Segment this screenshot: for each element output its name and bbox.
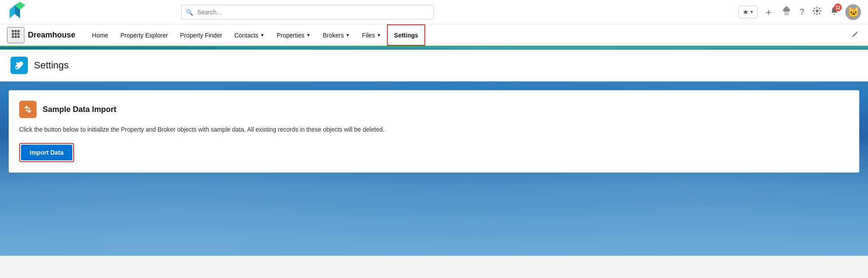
svg-rect-10 xyxy=(787,14,789,15)
page-header: Settings xyxy=(0,50,868,81)
app-name: Dreamhouse xyxy=(28,31,75,40)
svg-rect-13 xyxy=(15,30,17,32)
search-container: 🔍 xyxy=(181,5,434,20)
waffle-icon[interactable] xyxy=(780,4,793,20)
nav-items: Home Property Explorer Property Finder C… xyxy=(86,24,425,46)
import-icon xyxy=(19,101,37,118)
svg-point-11 xyxy=(816,10,818,12)
setup-button[interactable] xyxy=(810,4,824,20)
card-header: Sample Data Import xyxy=(19,101,849,118)
svg-rect-8 xyxy=(784,14,786,15)
app-logo xyxy=(7,2,26,23)
search-icon: 🔍 xyxy=(186,9,193,16)
content-area: Sample Data Import Click the button belo… xyxy=(0,81,868,256)
user-avatar-icon: 🐱 xyxy=(848,7,859,18)
notification-count: 12 xyxy=(834,3,842,11)
import-data-button[interactable]: Import Data xyxy=(21,145,72,160)
chevron-down-icon: ▼ xyxy=(749,10,754,14)
svg-rect-14 xyxy=(17,30,20,32)
page-header-area: Settings xyxy=(0,50,868,81)
svg-rect-17 xyxy=(17,33,20,35)
svg-rect-12 xyxy=(12,30,14,32)
nav-edit-icon[interactable] xyxy=(850,28,861,42)
svg-rect-16 xyxy=(15,33,17,35)
nav-item-property-explorer[interactable]: Property Explorer xyxy=(114,24,174,46)
svg-rect-9 xyxy=(786,14,787,15)
card-description: Click the button below to initialize the… xyxy=(19,125,849,134)
star-icon: ★ xyxy=(743,8,749,16)
nav-item-settings[interactable]: Settings xyxy=(387,24,425,46)
top-bar: 🔍 ★ ▼ ＋ ? xyxy=(0,0,868,24)
settings-page-icon xyxy=(10,57,28,74)
properties-chevron-icon: ▼ xyxy=(306,33,311,37)
nav-item-files[interactable]: Files ▼ xyxy=(356,24,387,46)
search-input[interactable] xyxy=(181,5,434,20)
svg-rect-20 xyxy=(17,36,20,38)
svg-rect-18 xyxy=(12,36,14,38)
add-button[interactable]: ＋ xyxy=(762,4,775,20)
nav-item-contacts[interactable]: Contacts ▼ xyxy=(228,24,271,46)
nav-item-property-finder[interactable]: Property Finder xyxy=(174,24,228,46)
svg-rect-15 xyxy=(12,33,14,35)
import-button-wrapper: Import Data xyxy=(19,143,74,162)
nav-bar: Dreamhouse Home Property Explorer Proper… xyxy=(0,24,868,47)
nav-item-brokers[interactable]: Brokers ▼ xyxy=(317,24,356,46)
svg-rect-5 xyxy=(784,13,786,14)
page-title: Settings xyxy=(34,60,69,71)
svg-rect-19 xyxy=(15,36,17,38)
contacts-chevron-icon: ▼ xyxy=(260,33,264,37)
files-chevron-icon: ▼ xyxy=(376,33,381,37)
avatar[interactable]: 🐱 xyxy=(845,4,861,20)
notifications-button[interactable]: 12 xyxy=(828,4,841,20)
nav-item-properties[interactable]: Properties ▼ xyxy=(271,24,317,46)
svg-point-21 xyxy=(16,67,18,68)
favorites-button[interactable]: ★ ▼ xyxy=(739,6,758,18)
top-bar-actions: ★ ▼ ＋ ? xyxy=(739,4,861,20)
help-button[interactable]: ? xyxy=(798,5,806,19)
app-grid-icon[interactable] xyxy=(7,27,24,43)
svg-rect-6 xyxy=(786,13,787,14)
nav-item-home[interactable]: Home xyxy=(86,24,114,46)
svg-rect-7 xyxy=(787,13,789,14)
card-title: Sample Data Import xyxy=(43,105,116,114)
brokers-chevron-icon: ▼ xyxy=(346,33,350,37)
sample-data-card: Sample Data Import Click the button belo… xyxy=(9,90,859,173)
